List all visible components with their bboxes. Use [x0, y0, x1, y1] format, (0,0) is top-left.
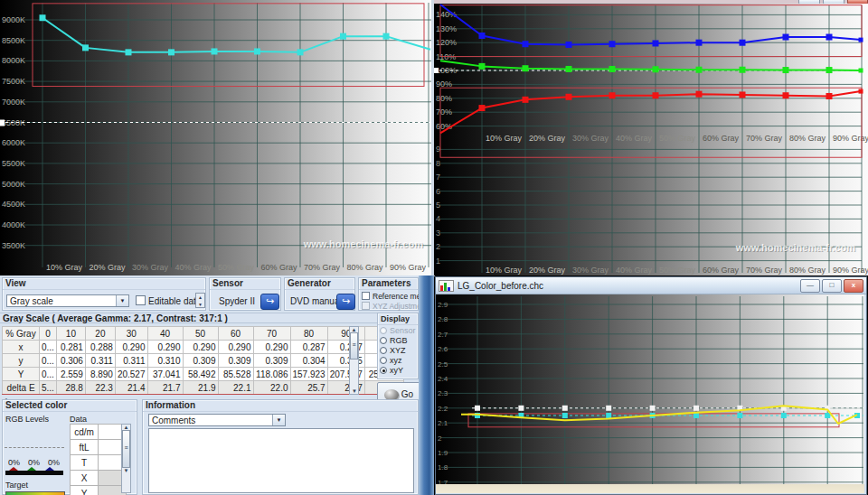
table-cell[interactable]: 37.041 — [147, 368, 183, 381]
data-vertical-scrollbar[interactable]: ▲ ≡ ▼ — [121, 424, 131, 493]
table-cell[interactable]: 0.309 — [218, 354, 253, 368]
svg-text:50% Gray: 50% Gray — [659, 134, 696, 143]
radio-label: Sensor — [390, 326, 416, 335]
table-cell[interactable]: 118.086 — [253, 368, 290, 381]
view-dropdown[interactable]: Gray scale ▼ — [6, 294, 129, 307]
spinner-down-icon[interactable]: ▼ — [196, 301, 204, 308]
scroll-thumb[interactable]: ≡ — [350, 332, 358, 360]
table-cell[interactable]: 0.304 — [290, 354, 327, 368]
table-cell[interactable]: 28.8 — [56, 381, 85, 395]
svg-text:80% Gray: 80% Gray — [789, 134, 826, 143]
comments-dropdown[interactable]: Comments ▼ — [148, 414, 286, 426]
parameters-groupbox: Parameters Reference measure XYZ Adjustm… — [358, 277, 419, 311]
table-cell[interactable]: 0.288 — [85, 341, 115, 354]
column-header: 80 — [290, 327, 327, 341]
table-cell[interactable]: 0.311 — [115, 354, 147, 368]
table-cell[interactable]: 8.890 — [85, 368, 115, 381]
rgb-levels-chart-canvas: 140%130%120%110%100%90%80%70%60%98765432… — [434, 4, 868, 276]
table-row[interactable]: y0...0.3060.3110.3110.3100.3090.3090.309… — [3, 354, 404, 368]
close-button[interactable]: x — [844, 279, 863, 293]
table-cell[interactable]: 0.290 — [115, 341, 147, 354]
table-cell[interactable]: 25.7 — [290, 381, 327, 395]
svg-text:2.5: 2.5 — [438, 360, 448, 369]
grayscale-table[interactable]: % Gray0102030405060708090100x0...0.2810.… — [2, 326, 404, 395]
svg-text:2.3: 2.3 — [438, 389, 448, 397]
table-cell[interactable]: 85.528 — [218, 368, 253, 381]
scroll-down-icon[interactable]: ▼ — [122, 468, 130, 473]
rgb-level-marker — [9, 467, 18, 471]
svg-text:2.6: 2.6 — [438, 345, 448, 353]
table-row[interactable]: delta E5...28.822.321.421.721.922.122.02… — [3, 381, 404, 395]
table-cell[interactable]: 0.290 — [253, 341, 290, 354]
go-label: Go — [401, 389, 413, 399]
table-cell[interactable]: 0.287 — [327, 341, 364, 354]
table-cell[interactable]: 0.305 — [327, 354, 364, 368]
gamma-window-titlebar[interactable]: LG_Color_before.chc — □ x — [436, 277, 866, 294]
table-cell[interactable]: 20.527 — [115, 368, 147, 381]
generator-config-button[interactable]: ↪ — [336, 294, 355, 310]
editable-data-label: Editable data — [148, 296, 201, 306]
svg-text:5: 5 — [436, 201, 440, 210]
comments-dropdown-value: Comments — [152, 416, 195, 425]
table-cell[interactable]: 22.0 — [253, 381, 290, 395]
display-option-XYZ[interactable]: XYZ — [378, 345, 418, 355]
chevron-down-icon[interactable]: ▼ — [272, 415, 285, 425]
data-row: Y — [71, 486, 127, 495]
table-cell[interactable]: 0... — [40, 368, 57, 381]
spinner-up-icon[interactable]: ▲ — [196, 294, 204, 301]
table-cell[interactable]: 5... — [40, 381, 57, 395]
radio-label: xyz — [390, 356, 402, 365]
svg-text:9: 9 — [436, 145, 440, 154]
table-cell[interactable]: 2.559 — [56, 368, 85, 381]
table-cell[interactable]: 0.290 — [183, 341, 218, 354]
display-option-xyY[interactable]: xyY — [378, 365, 418, 375]
table-cell[interactable]: 25.7 — [327, 381, 364, 395]
scroll-thumb[interactable]: ≡ — [122, 430, 130, 468]
table-cell[interactable]: 22.3 — [85, 381, 115, 395]
comments-text-area[interactable] — [148, 428, 414, 493]
table-cell[interactable]: 58.492 — [183, 368, 218, 381]
view-dropdown-value: Gray scale — [10, 296, 53, 306]
chevron-down-icon[interactable]: ▼ — [116, 295, 128, 306]
target-color-swatch — [5, 491, 65, 495]
table-cell[interactable]: 0.290 — [218, 341, 253, 354]
display-option-xyz[interactable]: xyz — [378, 355, 418, 365]
maximize-button[interactable]: □ — [822, 279, 842, 293]
temperature-chart-canvas: 9000K8500K8000K7500K7000K6500K6000K5500K… — [0, 0, 431, 276]
table-row[interactable]: x0...0.2810.2880.2900.2900.2900.2900.290… — [3, 341, 404, 354]
table-cell[interactable]: 0.311 — [85, 354, 115, 368]
table-cell[interactable]: 21.7 — [147, 381, 183, 395]
table-cell[interactable]: 21.9 — [183, 381, 218, 395]
view-spinner[interactable]: ▲ ▼ — [195, 293, 205, 308]
data-row-label: T — [71, 455, 99, 471]
table-cell[interactable]: 0... — [40, 341, 57, 354]
table-row[interactable]: Y0...2.5598.89020.52737.04158.49285.5281… — [3, 368, 404, 381]
minimize-button[interactable]: — — [800, 279, 820, 293]
svg-text:5000K: 5000K — [2, 180, 25, 189]
data-row-label: Y — [71, 486, 99, 495]
table-cell[interactable]: 21.4 — [115, 381, 147, 395]
editable-data-checkbox[interactable]: Editable data — [136, 295, 201, 306]
display-option-RGB[interactable]: RGB — [378, 335, 418, 345]
data-row: cd/m — [71, 425, 127, 440]
table-vertical-scrollbar[interactable]: ▲ ≡ ▼ — [349, 326, 359, 395]
table-cell[interactable]: 0.309 — [253, 354, 290, 368]
table-cell[interactable]: 0.287 — [290, 341, 327, 354]
table-cell[interactable]: 0.306 — [56, 354, 85, 368]
svg-text:70%: 70% — [436, 107, 452, 117]
gamma-window-title: LG_Color_before.chc — [458, 281, 798, 291]
table-cell[interactable]: 0.281 — [56, 341, 85, 354]
table-cell[interactable]: 0.309 — [183, 354, 218, 368]
table-cell[interactable]: 207.557 — [327, 368, 364, 381]
gamma-window: LG_Color_before.chc — □ x 2.92.82.72.62.… — [435, 276, 867, 495]
table-cell[interactable]: 0.310 — [147, 354, 183, 368]
table-cell[interactable]: 22.1 — [218, 381, 253, 395]
svg-text:40% Gray: 40% Gray — [175, 263, 212, 272]
table-cell[interactable]: 0.290 — [147, 341, 183, 354]
sensor-config-button[interactable]: ↪ — [260, 294, 279, 310]
radio-label: RGB — [390, 336, 408, 345]
table-cell[interactable]: 0... — [40, 354, 57, 368]
table-cell[interactable]: 157.923 — [290, 368, 327, 381]
scroll-down-icon[interactable]: ▼ — [352, 388, 357, 394]
svg-text:4: 4 — [436, 214, 440, 223]
